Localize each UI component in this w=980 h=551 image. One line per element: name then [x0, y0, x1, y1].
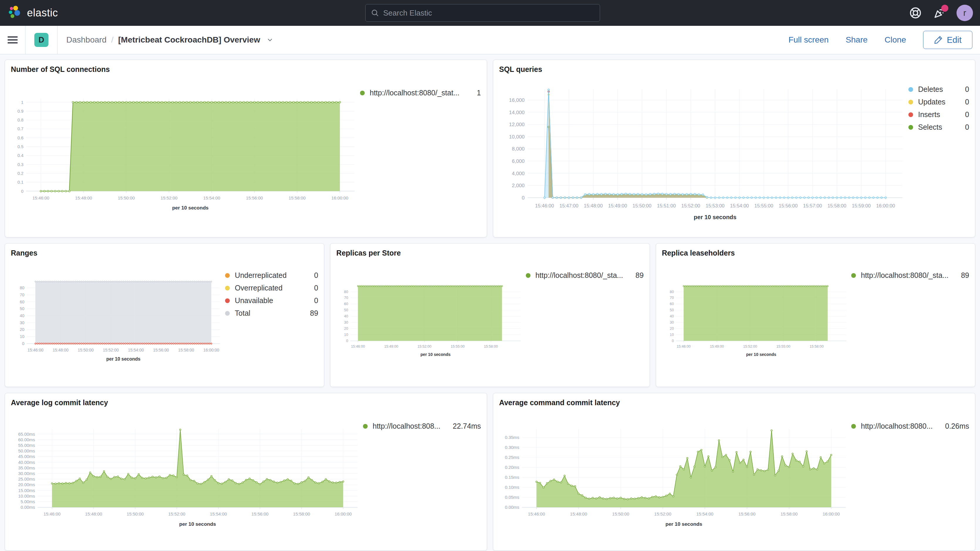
- svg-text:0.9: 0.9: [18, 109, 24, 113]
- menu-icon: [8, 35, 18, 45]
- svg-text:15:52:00: 15:52:00: [103, 348, 119, 352]
- svg-text:0.35ms: 0.35ms: [505, 435, 519, 440]
- chart-canvas[interactable]: 15:46:0015:48:0015:50:0015:52:0015:54:00…: [11, 408, 361, 546]
- legend-item[interactable]: Overreplicated0: [225, 282, 318, 294]
- search-input[interactable]: [383, 8, 595, 18]
- panel-average-log-commit-latency: Average log commit latency 15:46:0015:48…: [5, 393, 487, 551]
- legend-item[interactable]: Inserts0: [908, 108, 969, 121]
- panel-number-of-sql-connections: Number of SQL connections 15:46:0015:48:…: [5, 60, 487, 237]
- breadcrumb-dashboard[interactable]: Dashboard: [66, 35, 107, 45]
- legend-item[interactable]: Underreplicated0: [225, 269, 318, 282]
- title-menu-button[interactable]: [266, 36, 274, 44]
- chart-canvas[interactable]: 15:46:0015:47:0015:48:0015:49:0015:50:00…: [499, 75, 906, 233]
- svg-text:15:58:00: 15:58:00: [289, 196, 306, 201]
- legend-label: http://localhost:8080/_stat...: [370, 89, 471, 97]
- svg-text:15:56:00: 15:56:00: [738, 511, 756, 516]
- legend-item[interactable]: http://localhost:808...22.74ms: [363, 420, 481, 433]
- svg-text:0.00ms: 0.00ms: [21, 505, 35, 510]
- legend-label: Total: [235, 309, 305, 317]
- legend-value: 0: [965, 123, 969, 131]
- share-button[interactable]: Share: [846, 35, 868, 45]
- svg-text:16,000: 16,000: [509, 97, 525, 103]
- help-button[interactable]: [908, 6, 923, 20]
- svg-text:15:51:00: 15:51:00: [657, 203, 676, 209]
- panel-title[interactable]: Replicas per Store: [336, 249, 643, 257]
- svg-text:0.8: 0.8: [18, 118, 24, 123]
- panel-title[interactable]: Replica leaseholders: [662, 249, 969, 257]
- svg-text:40.00ms: 40.00ms: [18, 460, 35, 465]
- svg-text:15:48:00: 15:48:00: [85, 511, 102, 516]
- menu-button[interactable]: [0, 26, 25, 54]
- svg-text:per 10 seconds: per 10 seconds: [665, 521, 702, 527]
- svg-text:per 10 seconds: per 10 seconds: [179, 521, 216, 527]
- legend-label: Underreplicated: [235, 271, 309, 280]
- user-avatar[interactable]: r: [956, 5, 973, 21]
- svg-text:70: 70: [344, 296, 348, 300]
- edit-button[interactable]: Edit: [923, 31, 972, 49]
- elastic-logo[interactable]: elastic: [7, 5, 58, 21]
- svg-text:50: 50: [344, 308, 348, 312]
- svg-text:10: 10: [20, 334, 24, 339]
- svg-text:15.00ms: 15.00ms: [18, 488, 35, 493]
- chart-legend: http://localhost:8080/_sta...89: [523, 258, 644, 382]
- legend-item[interactable]: Deletes0: [908, 83, 969, 96]
- legend-item[interactable]: http://localhost:8080/_sta...89: [526, 269, 644, 282]
- clone-button[interactable]: Clone: [885, 35, 906, 45]
- global-search[interactable]: [365, 4, 600, 22]
- elastic-logo-icon: [7, 5, 22, 21]
- legend-item[interactable]: http://localhost:8080/_stat...1: [360, 86, 481, 99]
- svg-text:70: 70: [20, 293, 24, 297]
- legend-label: http://localhost:8080/_sta...: [861, 271, 956, 280]
- svg-text:15:46:00: 15:46:00: [528, 511, 545, 516]
- svg-text:15:47:00: 15:47:00: [560, 203, 578, 209]
- legend-label: Selects: [918, 123, 960, 131]
- svg-text:4,000: 4,000: [512, 170, 525, 176]
- panel-title[interactable]: Average log commit latency: [11, 398, 481, 407]
- legend-swatch-icon: [360, 91, 365, 96]
- panel-title[interactable]: SQL queries: [499, 65, 969, 74]
- svg-text:15:55:00: 15:55:00: [451, 344, 465, 349]
- legend-swatch-icon: [908, 125, 913, 130]
- legend-item[interactable]: Total89: [225, 307, 318, 320]
- legend-item[interactable]: Selects0: [908, 121, 969, 134]
- svg-text:15:46:00: 15:46:00: [677, 344, 691, 349]
- svg-text:16:00:00: 16:00:00: [823, 511, 840, 516]
- legend-item[interactable]: http://localhost:8080...0.26ms: [851, 420, 969, 433]
- svg-text:15:58:00: 15:58:00: [810, 344, 824, 349]
- svg-text:1: 1: [21, 100, 24, 105]
- chart-canvas[interactable]: 15:46:0015:48:0015:50:0015:52:0015:54:00…: [11, 258, 223, 382]
- legend-swatch-icon: [225, 273, 230, 278]
- full-screen-button[interactable]: Full screen: [788, 35, 829, 45]
- legend-swatch-icon: [225, 298, 230, 303]
- svg-text:8,000: 8,000: [512, 146, 525, 152]
- legend-value: 89: [636, 271, 644, 280]
- svg-text:80: 80: [344, 290, 348, 294]
- svg-text:15:56:00: 15:56:00: [251, 511, 269, 516]
- svg-text:per 10 seconds: per 10 seconds: [746, 352, 776, 357]
- chart-canvas[interactable]: 15:46:0015:48:0015:50:0015:52:0015:54:00…: [11, 75, 358, 233]
- chart-legend: http://localhost:8080/_stat...1: [358, 75, 481, 233]
- svg-text:40: 40: [20, 313, 24, 318]
- svg-text:0.15ms: 0.15ms: [505, 475, 519, 480]
- svg-text:15:52:00: 15:52:00: [654, 511, 671, 516]
- svg-text:16:00:00: 16:00:00: [876, 203, 895, 209]
- newsfeed-button[interactable]: [932, 6, 947, 20]
- chart-canvas[interactable]: 15:46:0015:48:0015:50:0015:52:0015:54:00…: [499, 408, 849, 546]
- panel-title[interactable]: Average command commit latency: [499, 398, 969, 407]
- svg-text:16:00:00: 16:00:00: [203, 348, 219, 352]
- legend-swatch-icon: [908, 100, 913, 104]
- legend-item[interactable]: Unavailable0: [225, 294, 318, 307]
- panel-title[interactable]: Ranges: [11, 249, 318, 257]
- panel-title[interactable]: Number of SQL connections: [11, 65, 481, 74]
- svg-text:15:54:00: 15:54:00: [128, 348, 144, 352]
- dashboard-toolbar: D Dashboard / [Metricbeat CockroachDB] O…: [0, 26, 980, 54]
- chart-canvas[interactable]: 15:46:0015:49:0015:52:0015:55:0015:58:00…: [336, 258, 523, 382]
- svg-text:0.10ms: 0.10ms: [505, 485, 519, 490]
- svg-text:60.00ms: 60.00ms: [18, 437, 35, 442]
- legend-item[interactable]: Updates0: [908, 96, 969, 108]
- legend-item[interactable]: http://localhost:8080/_sta...89: [851, 269, 969, 282]
- svg-text:0.3: 0.3: [18, 162, 24, 167]
- legend-swatch-icon: [908, 87, 913, 92]
- legend-value: 0: [314, 271, 318, 280]
- chart-canvas[interactable]: 15:46:0015:49:0015:52:0015:55:0015:58:00…: [662, 258, 849, 382]
